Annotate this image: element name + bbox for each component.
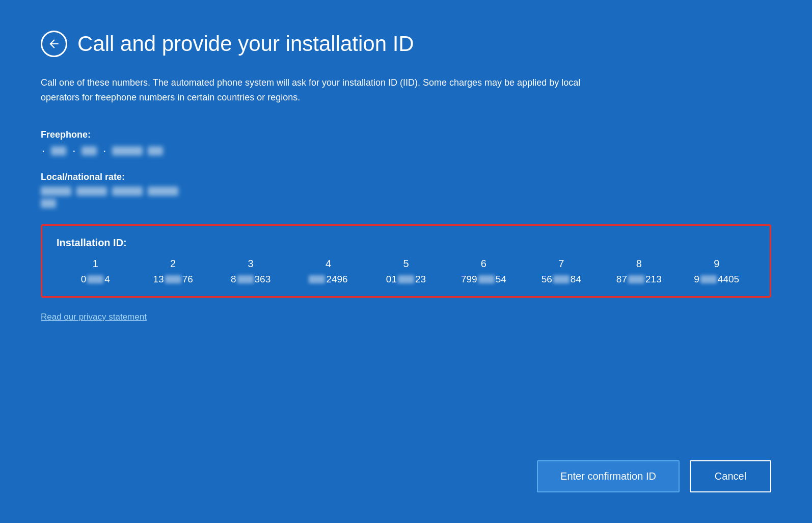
local-rate-blur-1 xyxy=(41,187,71,196)
enter-confirmation-id-button[interactable]: Enter confirmation ID xyxy=(537,460,680,492)
id-col-4: 4 xyxy=(289,258,367,270)
id-values-row: 0 4 1376 8363 2496 0123 79954 56 xyxy=(57,274,755,285)
id-val-6: 79954 xyxy=(445,274,522,285)
back-button[interactable] xyxy=(41,31,67,57)
local-rate-label: Local/national rate: xyxy=(41,172,771,182)
id-col-7: 7 xyxy=(523,258,600,270)
id-val-1: 0 4 xyxy=(57,274,134,285)
local-rate-blur-3 xyxy=(112,187,143,196)
id-col-2: 2 xyxy=(134,258,211,270)
installation-id-box: Installation ID: 1 2 3 4 5 6 7 8 9 0 4 1… xyxy=(41,224,771,298)
header: Call and provide your installation ID xyxy=(41,31,771,57)
id-col-9: 9 xyxy=(678,258,755,270)
back-arrow-icon xyxy=(47,37,61,50)
id-val-5: 0123 xyxy=(367,274,445,285)
id-val-4: 2496 xyxy=(289,274,367,285)
local-rate-blur-5 xyxy=(41,199,56,208)
installation-id-label: Installation ID: xyxy=(57,237,755,249)
page-container: Call and provide your installation ID Ca… xyxy=(0,0,812,523)
id-col-5: 5 xyxy=(367,258,445,270)
id-column-numbers: 1 2 3 4 5 6 7 8 9 xyxy=(57,258,755,270)
local-rate-value xyxy=(41,187,771,196)
id-val-2: 1376 xyxy=(134,274,211,285)
footer-buttons: Enter confirmation ID Cancel xyxy=(41,445,771,492)
id-col-1: 1 xyxy=(57,258,134,270)
freephone-label: Freephone: xyxy=(41,129,771,140)
page-title: Call and provide your installation ID xyxy=(77,31,414,57)
freephone-section: Freephone: · · · xyxy=(41,129,771,158)
cancel-button[interactable]: Cancel xyxy=(690,460,771,492)
id-val-9: 94405 xyxy=(678,274,755,285)
freephone-blur-2 xyxy=(82,146,97,155)
id-col-8: 8 xyxy=(600,258,678,270)
local-rate-blur-2 xyxy=(76,187,107,196)
privacy-link[interactable]: Read our privacy statement xyxy=(41,312,771,322)
local-rate-blur-4 xyxy=(148,187,178,196)
id-col-6: 6 xyxy=(445,258,522,270)
id-val-3: 8363 xyxy=(212,274,289,285)
freephone-blur-3 xyxy=(112,146,143,155)
id-val-8: 87213 xyxy=(600,274,678,285)
local-rate-section: Local/national rate: xyxy=(41,172,771,210)
freephone-blur-1 xyxy=(51,146,66,155)
id-val-7: 5684 xyxy=(523,274,600,285)
freephone-value: · · · xyxy=(41,144,771,158)
installation-id-grid: 1 2 3 4 5 6 7 8 9 0 4 1376 8363 xyxy=(57,258,755,285)
freephone-blur-4 xyxy=(148,146,163,155)
id-col-3: 3 xyxy=(212,258,289,270)
description-text: Call one of these numbers. The automated… xyxy=(41,75,601,105)
